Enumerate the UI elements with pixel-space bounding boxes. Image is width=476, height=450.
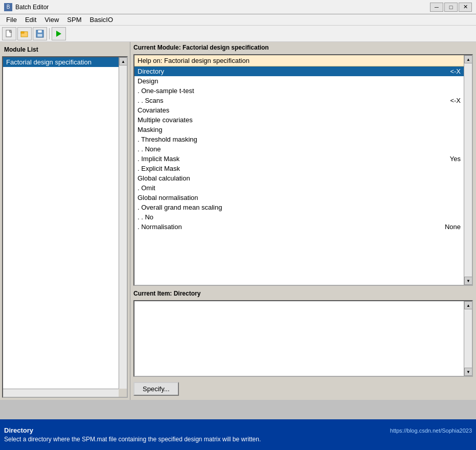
tree-value-0: <-X [450,68,461,75]
menu-edit[interactable]: Edit [21,15,40,25]
module-list-item-label-0: Factorial design specification [6,58,116,66]
tree-item-2[interactable]: . One-sample t-test [134,86,464,96]
tree-item-7[interactable]: . Threshold masking [134,134,464,144]
right-pane: Current Module: Factorial design specifi… [130,42,476,400]
save-icon [36,30,44,38]
tree-item-0[interactable]: Directory <-X [134,66,464,76]
tree-label-0: Directory [138,68,445,75]
status-bar-text: Select a directory where the SPM.mat fil… [4,436,472,443]
help-item: Help on: Factorial design specification [134,55,464,66]
module-list-container: Factorial design specification ▲ ▼ [2,56,128,398]
status-bar-top: Directory https://blog.csdn.net/Sophia20… [4,426,472,434]
save-button[interactable] [33,27,47,40]
title-bar-text: Batch Editor [15,4,49,11]
svg-marker-7 [56,31,61,37]
open-button[interactable] [17,27,32,40]
tree-item-6[interactable]: Masking [134,125,464,134]
module-list-vscroll[interactable]: ▲ ▼ [119,57,127,397]
svg-rect-3 [21,32,24,33]
tree-label-5: Multiple covariates [138,116,456,124]
current-module-content: Help on: Factorial design specification … [134,55,464,277]
current-item-container: ▲ ▼ [133,300,473,377]
tree-item-8[interactable]: . . None [134,144,464,154]
scroll-up-arrow[interactable]: ▲ [119,57,127,65]
tree-label-13: Global normalisation [138,194,456,201]
tree-item-13[interactable]: Global normalisation [134,193,464,202]
menu-file[interactable]: File [2,15,21,25]
svg-rect-5 [38,30,42,33]
tree-label-8: . . None [138,145,456,153]
tree-label-4: Covariates [138,106,456,114]
tree-label-1: Design [138,77,456,85]
tree-item-4[interactable]: Covariates [134,105,464,115]
tree-item-14[interactable]: . Overall grand mean scaling [134,202,464,212]
status-bar-title: Directory [4,426,33,434]
specify-button[interactable]: Specify... [133,382,179,396]
tree-item-12[interactable]: . Omit [134,183,464,193]
tree-item-15[interactable]: . . No [134,212,464,222]
module-panel-vscroll[interactable]: ▲ ▼ [464,55,472,285]
tree-label-12: . Omit [138,184,456,192]
status-bar-link: https://blog.csdn.net/Sophia2023 [390,428,472,434]
tree-item-11[interactable]: Global calculation [134,173,464,183]
module-list-content: Factorial design specification [3,57,119,389]
tree-label-2: . One-sample t-test [138,87,456,95]
tree-item-1[interactable]: Design [134,76,464,86]
new-icon [5,30,13,38]
tree-item-5[interactable]: Multiple covariates [134,115,464,125]
tree-value-16: None [445,223,461,231]
tree-label-11: Global calculation [138,174,456,182]
toolbar [0,26,476,42]
status-bar: Directory https://blog.csdn.net/Sophia20… [0,419,476,450]
title-bar: B Batch Editor ─ □ ✕ [0,0,476,14]
tree-label-6: Masking [138,126,456,133]
module-scroll-up[interactable]: ▲ [464,55,472,63]
title-bar-left: B Batch Editor [4,3,49,11]
tree-item-3[interactable]: . . Scans <-X [134,96,464,105]
tree-label-3: . . Scans [138,97,445,104]
tree-value-3: <-X [450,97,461,104]
run-icon [55,30,63,38]
current-item-vscroll[interactable]: ▲ ▼ [464,301,472,376]
tree-item-9[interactable]: . Implicit Mask Yes [134,154,464,164]
menu-spm[interactable]: SPM [63,15,85,25]
tree-label-16: . Normalisation [138,223,440,231]
tree-value-9: Yes [450,155,461,163]
module-list-pane: Module List Factorial design specificati… [0,42,130,400]
tree-item-10[interactable]: . Explicit Mask [134,164,464,173]
menu-bar: File Edit View SPM BasicIO [0,14,476,26]
app-icon: B [4,3,12,11]
scroll-corner [119,389,127,397]
tree-label-10: . Explicit Mask [138,165,456,172]
tree-label-14: . Overall grand mean scaling [138,204,456,211]
current-module-label: Current Module: Factorial design specifi… [133,44,473,51]
button-row: Specify... [133,380,473,398]
toolbar-separator [49,28,50,39]
content-area: Module List Factorial design specificati… [0,42,476,400]
current-module-panel: Help on: Factorial design specification … [133,54,473,286]
svg-rect-6 [37,34,42,37]
module-tree: Factorial design specification [3,57,119,67]
close-button[interactable]: ✕ [459,3,472,12]
item-scroll-up[interactable]: ▲ [464,301,472,309]
module-list-label: Module List [2,45,128,54]
tree-label-7: . Threshold masking [138,136,456,143]
new-button[interactable] [2,27,16,40]
run-button[interactable] [52,27,66,40]
current-module-tree: Help on: Factorial design specification … [134,55,464,232]
module-list-item-0[interactable]: Factorial design specification [3,57,119,67]
module-list-hscroll[interactable] [3,389,119,397]
tree-item-16[interactable]: . Normalisation None [134,222,464,232]
tree-label-9: . Implicit Mask [138,155,445,163]
menu-basicio[interactable]: BasicIO [85,15,117,25]
tree-label-15: . . No [138,213,456,221]
title-bar-controls: ─ □ ✕ [430,3,472,12]
menu-view[interactable]: View [40,15,63,25]
maximize-button[interactable]: □ [444,3,458,12]
current-item-label: Current Item: Directory [133,290,473,297]
minimize-button[interactable]: ─ [430,3,443,12]
module-scroll-down[interactable]: ▼ [464,277,472,285]
item-scroll-down[interactable]: ▼ [464,368,472,376]
open-icon [20,30,29,38]
